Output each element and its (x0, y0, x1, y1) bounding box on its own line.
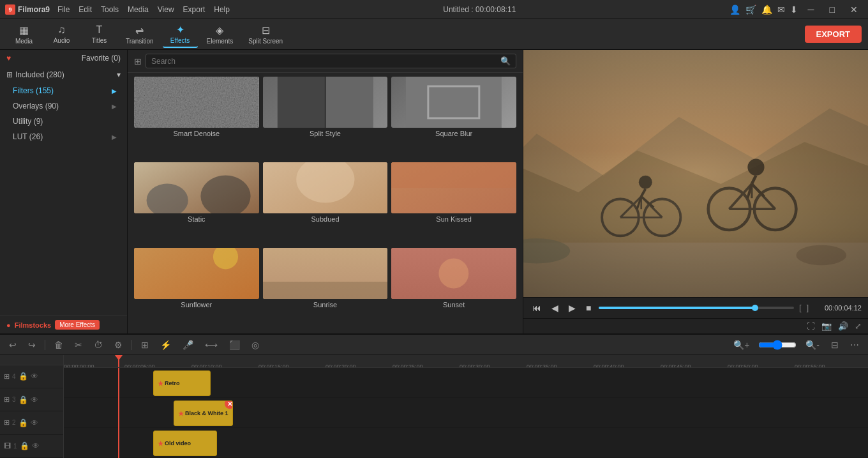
eye-icon-3[interactable]: 👁 (31, 395, 38, 404)
effect-thumb-sunkissed (391, 162, 516, 213)
effect-sunflower[interactable]: Sunflower (134, 248, 259, 330)
toolbar-effects[interactable]: ✦ Effects (163, 21, 198, 48)
menu-tools[interactable]: Tools (101, 5, 119, 14)
bell-icon[interactable]: 🔔 (761, 4, 772, 15)
bracket-in[interactable]: [ (799, 303, 801, 312)
volume-icon[interactable]: 🔊 (838, 321, 848, 331)
toolbar-titles[interactable]: T Titles (82, 22, 117, 47)
lut-arrow: ▶ (112, 134, 117, 141)
clip-bw1[interactable]: ✕ ★ Black & White 1 (174, 401, 233, 426)
download-icon[interactable]: ⬇ (790, 4, 798, 15)
screenshot-icon[interactable]: 📷 (821, 321, 832, 331)
export-button[interactable]: EXPORT (805, 26, 862, 43)
clip-star-icon: ★ (158, 380, 163, 387)
toolbar-media[interactable]: ▦ Media (6, 22, 41, 47)
insert-button[interactable]: ⬛ (227, 339, 243, 351)
play-button[interactable]: ▶ (566, 302, 578, 314)
clip-delete-button[interactable]: ✕ (225, 401, 233, 409)
undo-button[interactable]: ↩ (6, 339, 19, 351)
transition-timeline-button[interactable]: ⟷ (202, 339, 220, 351)
menu-file[interactable]: File (57, 5, 70, 14)
add-track-button[interactable]: ⊞ (138, 339, 151, 351)
track-headers: ⊞ 4 🔒 👁 ⊞ 3 🔒 👁 ⊞ 2 🔒 👁 🎞 1 🔒 (0, 355, 64, 458)
effect-square-blur[interactable]: Square Blur (391, 77, 516, 158)
playhead[interactable] (118, 355, 119, 367)
toolbar-audio[interactable]: ♫ Audio (44, 22, 79, 47)
speed-button[interactable]: ⏱ (91, 339, 105, 351)
zoom-icon[interactable]: ⤢ (855, 321, 862, 331)
zoom-in-button[interactable]: 🔍+ (731, 339, 752, 351)
effect-static[interactable]: Static (134, 162, 259, 244)
menu-help[interactable]: Help (214, 5, 230, 14)
close-button[interactable]: ✕ (845, 3, 863, 16)
sidebar-favorite[interactable]: ♥ Favorite (0) (0, 50, 127, 66)
adjust-button[interactable]: ⚙ (112, 339, 125, 351)
toolbar-splitscreen[interactable]: ⊟ Split Screen (242, 22, 289, 47)
film-track-icon: 🎞 (4, 442, 11, 450)
sidebar-filters-label: Filters (155) (13, 86, 54, 95)
lock-icon-3[interactable]: 🔒 (19, 395, 28, 404)
mail-icon[interactable]: ✉ (777, 4, 785, 15)
preview-video (523, 50, 868, 297)
filmstocks-label: Filmstocks (15, 321, 51, 329)
fullscreen-icon[interactable]: ⛶ (807, 321, 815, 331)
stop-button[interactable]: ■ (583, 302, 594, 314)
search-input[interactable] (151, 57, 497, 66)
effect-subdued[interactable]: Subdued (263, 162, 388, 244)
menu-edit[interactable]: Edit (79, 5, 92, 14)
redo-button[interactable]: ↪ (26, 339, 38, 351)
snap-button[interactable]: ⚡ (158, 339, 174, 351)
delete-button[interactable]: 🗑 (52, 339, 66, 351)
clip-oldvideo[interactable]: ★ Old video (153, 431, 217, 456)
eye-icon-2[interactable]: 👁 (31, 418, 38, 427)
sidebar-overlays[interactable]: Overlays (90) ▶ (0, 98, 127, 114)
sidebar-included[interactable]: ⊞ Included (280) ▾ (0, 66, 127, 83)
effect-thumb-splitstyle (263, 77, 388, 128)
user-icon[interactable]: 👤 (730, 4, 740, 15)
layout-button[interactable]: ⊟ (828, 339, 841, 351)
progress-bar[interactable] (599, 307, 794, 309)
minimize-button[interactable]: ─ (803, 3, 819, 16)
skip-back-button[interactable]: ⏮ (530, 302, 544, 314)
search-icon: 🔍 (500, 56, 511, 66)
overlay-timeline-button[interactable]: ◎ (249, 339, 262, 351)
effect-sunkissed[interactable]: Sun Kissed (391, 162, 516, 244)
sidebar-lut[interactable]: LUT (26) ▶ (0, 129, 127, 144)
grid-view-icon[interactable]: ⊞ (134, 56, 142, 66)
zoom-out-button[interactable]: 🔍- (803, 339, 822, 351)
zoom-slider[interactable] (758, 340, 797, 350)
ruler-mark-10: 00:00:10:00 (191, 363, 222, 369)
sidebar-utility[interactable]: Utility (9) (0, 114, 127, 129)
lock-icon-1[interactable]: 🔒 (20, 441, 29, 450)
audio-button[interactable]: 🎤 (180, 339, 196, 351)
track-row-2: ★ Old video (64, 428, 868, 458)
effect-split-style[interactable]: Split Style (263, 77, 388, 158)
grid-track-icon-3: ⊞ (4, 395, 10, 404)
menu-view[interactable]: View (158, 5, 174, 14)
sidebar-filters[interactable]: Filters (155) ▶ (0, 83, 127, 98)
effect-sunrise[interactable]: Sunrise (263, 248, 388, 330)
lock-icon-2[interactable]: 🔒 (19, 418, 28, 427)
cart-icon[interactable]: 🛒 (745, 4, 756, 15)
more-effects-button[interactable]: More Effects (55, 320, 100, 330)
toolbar-transition[interactable]: ⇌ Transition (119, 22, 160, 47)
bracket-out[interactable]: ] (807, 303, 809, 312)
effect-sunset[interactable]: Sunset (391, 248, 516, 330)
cut-button[interactable]: ✂ (72, 339, 85, 351)
toolbar-elements[interactable]: ◈ Elements (200, 22, 240, 47)
effects-grid: Smart Denoise Split Style Square Blur (128, 73, 523, 333)
svg-point-18 (439, 259, 469, 289)
step-back-button[interactable]: ◀ (549, 302, 561, 314)
effect-smart-denoise[interactable]: Smart Denoise (134, 77, 259, 158)
eye-icon-4[interactable]: 👁 (31, 372, 38, 381)
menu-media[interactable]: Media (128, 5, 149, 14)
lock-icon-4[interactable]: 🔒 (19, 372, 28, 381)
menu-export[interactable]: Export (183, 5, 206, 14)
clip-retro[interactable]: ★ Retro (153, 370, 211, 396)
settings-button[interactable]: ⋯ (848, 339, 862, 351)
titlebar: 9 Filmora9 File Edit Tools Media View Ex… (0, 0, 868, 19)
eye-icon-1[interactable]: 👁 (32, 441, 40, 450)
maximize-button[interactable]: □ (825, 3, 840, 16)
separator-2 (131, 340, 132, 350)
search-box[interactable]: 🔍 (146, 54, 516, 68)
